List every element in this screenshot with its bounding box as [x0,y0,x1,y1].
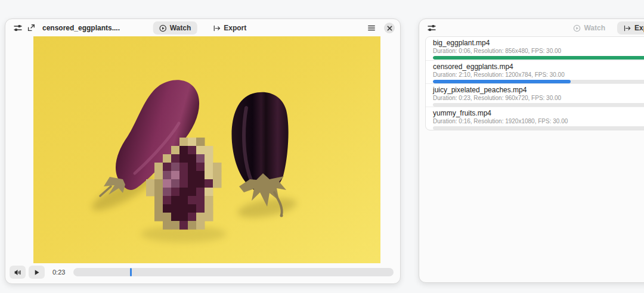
player-window-title: censored_eggplants.... [42,24,120,32]
current-time: 0:23 [52,269,65,276]
menu-hamburger-icon[interactable] [365,21,378,35]
file-list-item[interactable]: censored_eggplants.mp4 Duration: 2:10, R… [426,60,644,83]
file-progress-track [433,56,644,60]
adjustments-sliders-icon[interactable] [11,21,24,35]
play-button[interactable] [29,266,45,279]
file-meta: Duration: 0:06, Resolution: 856x480, FPS… [433,48,644,54]
watch-button[interactable]: Watch [153,21,197,35]
queue-titlebar: Watch Export [419,19,644,37]
file-progress-fill [433,56,644,60]
file-name: yummy_fruits.mp4 [433,110,644,117]
watch-button-label: Watch [170,24,191,32]
file-list-item[interactable]: big_eggplant.mp4 Duration: 0:06, Resolut… [426,37,644,60]
export-button[interactable]: Export [617,21,644,35]
file-name: big_eggplant.mp4 [433,39,644,47]
export-button[interactable]: Export [206,21,252,35]
file-meta: Duration: 2:10, Resolution: 1200x784, FP… [433,71,644,78]
file-meta: Duration: 0:23, Resolution: 960x720, FPS… [433,95,644,101]
player-titlebar: censored_eggplants.... Watch Export [5,19,400,37]
watch-button[interactable]: Watch [567,21,611,35]
seek-position-marker[interactable] [130,268,132,276]
player-window: censored_eggplants.... Watch Export [5,18,401,284]
watch-button-label: Watch [584,24,605,32]
volume-button[interactable] [10,266,26,279]
pop-out-expand-icon[interactable] [24,21,38,35]
file-name: juicy_pixelated_peaches.mp4 [433,86,644,94]
queue-window: Watch Export big_eggplant.mp4 Duration: … [419,18,644,283]
file-list: big_eggplant.mp4 Duration: 0:06, Resolut… [425,36,644,130]
export-button-label: Export [634,24,644,32]
video-frame [33,36,380,263]
export-button-label: Export [224,24,246,32]
speaker-icon [15,270,18,275]
file-name: censored_eggplants.mp4 [433,63,644,71]
seek-bar[interactable] [73,268,394,276]
adjustments-sliders-icon[interactable] [425,21,438,35]
file-list-item[interactable]: yummy_fruits.mp4 Duration: 0:16, Resolut… [426,107,644,130]
play-icon [35,270,39,275]
close-icon[interactable] [384,23,395,33]
file-progress-track [433,126,644,130]
file-list-item[interactable]: juicy_pixelated_peaches.mp4 Duration: 0:… [426,83,644,107]
playback-controls: 0:23 [10,264,394,280]
file-meta: Duration: 0:16, Resolution: 1920x1080, F… [433,118,644,124]
